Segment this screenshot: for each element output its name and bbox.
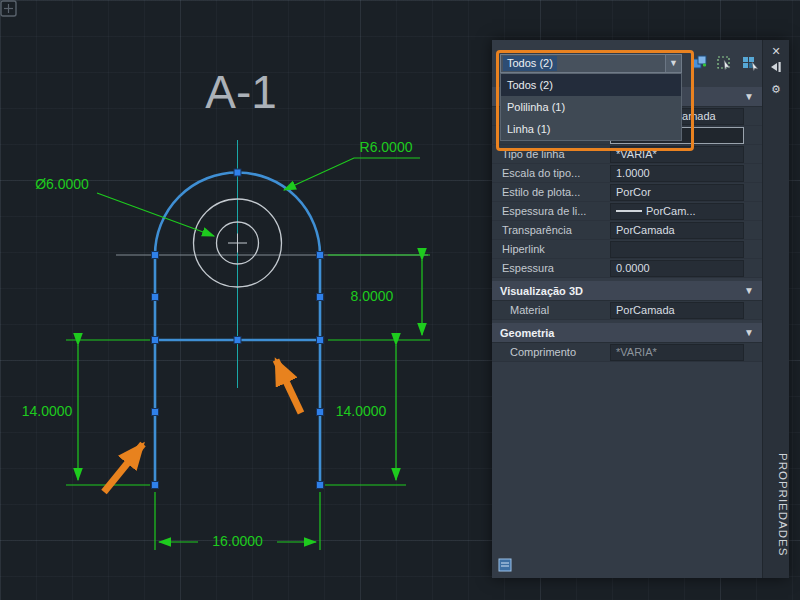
property-row-lineweight: Espessura de li... PorCam... (492, 202, 762, 221)
pickadd-toggle-button[interactable] (688, 53, 710, 73)
dimension-diameter-label: Ø6.0000 (35, 176, 89, 192)
properties-panel-body: ▼ PorCamada Tipo de linha *VARIA* Escala… (492, 40, 762, 578)
annotation-arrow-line (276, 360, 301, 413)
select-objects-icon (714, 53, 736, 73)
dropdown-item-all[interactable]: Todos (2) (501, 74, 681, 96)
dimension-bottom-label: 16.0000 (212, 533, 263, 549)
dimension-height-right[interactable]: 8.0000 (328, 255, 430, 340)
dimension-diameter[interactable]: Ø6.0000 (35, 176, 214, 236)
property-label: Espessura (498, 262, 610, 274)
quick-select-button[interactable] (740, 53, 762, 73)
dimension-right-label: 14.0000 (336, 403, 387, 419)
autocad-screen: A-1 (0, 0, 800, 600)
section-header-3d-visualization[interactable]: Visualização 3D ▼ (492, 281, 762, 301)
property-row-hyperlink: Hiperlink (492, 240, 762, 259)
panel-corner-icon[interactable] (498, 558, 512, 572)
selection-dropdown-list: Todos (2) Polilinha (1) Linha (1) (500, 73, 682, 141)
collapse-icon[interactable]: ▼ (744, 327, 754, 338)
quick-select-icon (740, 53, 762, 73)
properties-panel: ▼ PorCamada Tipo de linha *VARIA* Escala… (492, 40, 788, 578)
property-row-linetype: Tipo de linha *VARIA* (492, 145, 762, 164)
property-row-linetype-scale: Escala do tipo... 1.0000 (492, 164, 762, 183)
dropdown-item-polyline[interactable]: Polilinha (1) (501, 96, 681, 118)
property-label: Estilo de plota... (498, 186, 610, 198)
auto-hide-pin-icon[interactable] (763, 60, 789, 78)
panel-vertical-title: PROPRIEDADES (763, 453, 789, 556)
dimension-height-right-label: 8.0000 (351, 288, 394, 304)
close-icon[interactable]: ✕ (763, 42, 789, 60)
select-objects-button[interactable] (714, 53, 736, 73)
pickadd-toggle-icon (688, 53, 710, 73)
property-label: Transparência (498, 224, 610, 236)
property-value[interactable]: 1.0000 (610, 165, 744, 182)
section-title: Visualização 3D (500, 285, 583, 297)
property-value[interactable]: *VARIA* (610, 344, 744, 361)
property-label: Tipo de linha (498, 148, 610, 160)
property-value[interactable]: 0.0000 (610, 260, 744, 277)
selection-combobox[interactable]: Todos (2) ▼ (500, 54, 682, 73)
property-value-lineweight[interactable]: PorCam... (610, 203, 744, 220)
property-row-transparency: Transparência PorCamada (492, 221, 762, 240)
property-value[interactable]: PorCor (610, 184, 744, 201)
dimension-radius-label: R6.0000 (360, 139, 413, 155)
center-mark (228, 234, 247, 253)
dimension-radius[interactable]: R6.0000 (284, 139, 420, 190)
lineweight-sample-icon (616, 210, 642, 212)
selection-combobox-value: Todos (2) (503, 56, 557, 71)
gear-icon[interactable]: ⚙ (763, 80, 789, 98)
property-label: Espessura de li... (498, 205, 610, 217)
collapse-icon[interactable]: ▼ (744, 91, 754, 102)
drawing-title[interactable]: A-1 (205, 66, 277, 118)
collapse-icon[interactable]: ▼ (744, 285, 754, 296)
panel-title-bar[interactable]: ✕ ⚙ PROPRIEDADES (762, 40, 789, 578)
property-row-length: Comprimento *VARIA* (492, 343, 762, 362)
property-row-plotstyle: Estilo de plota... PorCor (492, 183, 762, 202)
ucs-icon[interactable] (0, 0, 18, 18)
property-row-thickness: Espessura 0.0000 (492, 259, 762, 278)
section-header-geometry[interactable]: Geometria ▼ (492, 323, 762, 343)
property-label: Comprimento (498, 346, 610, 358)
dropdown-item-line[interactable]: Linha (1) (501, 118, 681, 140)
section-title: Geometria (500, 327, 554, 339)
dimension-right[interactable]: 14.0000 (325, 345, 406, 485)
property-value[interactable]: PorCamada (610, 302, 744, 319)
dimension-bottom[interactable]: 16.0000 (155, 492, 320, 550)
property-value[interactable]: PorCamada (610, 222, 744, 239)
dimension-left-label: 14.0000 (22, 403, 73, 419)
lineweight-text: PorCam... (646, 203, 696, 219)
property-value[interactable] (610, 241, 744, 258)
property-label: Hiperlink (498, 243, 610, 255)
property-value[interactable]: *VARIA* (610, 146, 744, 163)
chevron-down-icon[interactable]: ▼ (665, 55, 681, 72)
property-row-material: Material PorCamada (492, 301, 762, 320)
property-label: Escala do tipo... (498, 167, 610, 179)
property-label: Material (498, 304, 610, 316)
